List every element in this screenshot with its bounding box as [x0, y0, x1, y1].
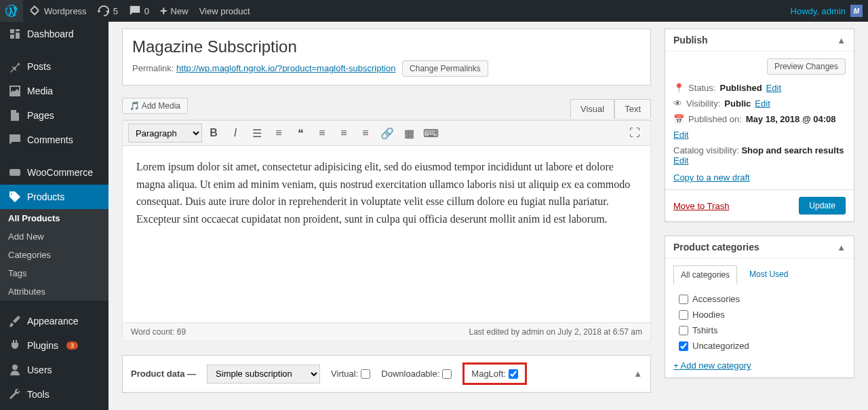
product-type-select[interactable]: Simple subscription — [207, 365, 320, 384]
editor: Paragraph B I ☰ ≡ ❝ ≡ ≡ ≡ 🔗 ▦ ⌨ ⛶ Lorem … — [122, 119, 651, 341]
bold-button[interactable]: B — [203, 124, 224, 143]
category-item[interactable]: Accessories — [679, 291, 846, 307]
categories-box: Product categories▲ All categories Most … — [665, 236, 854, 378]
tab-most-used[interactable]: Most Used — [743, 265, 795, 284]
change-permalinks-button[interactable]: Change Permalinks — [402, 60, 488, 77]
brush-icon — [8, 314, 22, 328]
move-trash-link[interactable]: Move to Trash — [673, 201, 729, 211]
magloft-checkbox[interactable] — [509, 369, 518, 379]
sub-attributes[interactable]: Attributes — [0, 282, 108, 301]
product-data-box: Product data — Simple subscription Virtu… — [122, 355, 651, 393]
align-right-button[interactable]: ≡ — [355, 124, 376, 143]
tab-text[interactable]: Text — [614, 99, 651, 118]
word-count: Word count: 69 — [131, 327, 186, 337]
sidebar-comments[interactable]: Comments — [0, 128, 108, 152]
sidebar-settings[interactable]: Settings — [0, 407, 108, 410]
sidebar-dashboard[interactable]: Dashboard — [0, 22, 108, 46]
toggle-icon[interactable]: ▲ — [837, 35, 846, 45]
sidebar-appearance[interactable]: Appearance — [0, 309, 108, 333]
toggle-icon[interactable]: ▲ — [633, 369, 642, 379]
comments-count: 0 — [144, 6, 149, 16]
editor-content[interactable]: Lorem ipsum dolor sit amet, consectetur … — [123, 146, 650, 322]
edit-status[interactable]: Edit — [766, 83, 781, 93]
add-category-link[interactable]: + Add new category — [673, 360, 751, 371]
admin-topbar: Wordpress 5 0 +New View product Howdy, a… — [0, 0, 868, 22]
sidebar-posts[interactable]: Posts — [0, 54, 108, 79]
downloadable-checkbox-wrap[interactable]: Downloadable: — [381, 369, 452, 379]
plugins-badge: 3 — [66, 341, 78, 350]
svg-rect-0 — [9, 169, 20, 176]
toolbar-toggle-button[interactable]: ⌨ — [420, 124, 441, 143]
category-checkbox[interactable] — [679, 310, 688, 320]
sidebar-users[interactable]: Users — [0, 358, 108, 382]
category-checkbox[interactable] — [679, 295, 688, 304]
permalink-label: Permalink: — [132, 63, 174, 73]
downloadable-checkbox[interactable] — [442, 369, 452, 379]
preview-changes-button[interactable]: Preview Changes — [767, 58, 846, 75]
view-product-link[interactable]: View product — [194, 0, 256, 22]
magloft-checkbox-wrap[interactable]: MagLoft: — [462, 362, 527, 385]
virtual-checkbox-wrap[interactable]: Virtual: — [331, 369, 370, 379]
edit-date[interactable]: Edit — [673, 130, 688, 140]
format-select[interactable]: Paragraph — [128, 124, 202, 143]
edit-catalog[interactable]: Edit — [673, 155, 688, 166]
calendar-icon: 📅 — [673, 114, 684, 124]
sidebar-pages[interactable]: Pages — [0, 103, 108, 128]
editor-toolbar: Paragraph B I ☰ ≡ ❝ ≡ ≡ ≡ 🔗 ▦ ⌨ ⛶ — [123, 120, 650, 146]
title-box: Magazine Subscription Permalink: http://… — [122, 29, 651, 86]
virtual-checkbox[interactable] — [361, 369, 370, 379]
category-checkbox[interactable] — [679, 341, 688, 351]
last-edited: Last edited by admin on July 2, 2018 at … — [469, 327, 643, 337]
avatar[interactable]: M — [850, 5, 863, 17]
link-button[interactable]: 🔗 — [377, 124, 397, 143]
bullet-list-button[interactable]: ☰ — [247, 124, 267, 143]
italic-button[interactable]: I — [225, 124, 245, 143]
number-list-button[interactable]: ≡ — [269, 124, 289, 143]
users-icon — [8, 363, 22, 377]
sidebar-media[interactable]: Media — [0, 79, 108, 103]
wp-logo[interactable] — [0, 0, 23, 22]
sidebar-products[interactable]: Products — [0, 185, 108, 209]
sidebar-plugins[interactable]: Plugins3 — [0, 333, 108, 358]
sub-add-new[interactable]: Add New — [0, 227, 108, 246]
post-title[interactable]: Magazine Subscription — [132, 37, 641, 56]
key-icon: 📍 — [673, 83, 684, 93]
plugin-icon — [8, 339, 22, 352]
sidebar-tools[interactable]: Tools — [0, 382, 108, 407]
sidebar-woocommerce[interactable]: WooCommerce — [0, 160, 108, 185]
quote-button[interactable]: ❝ — [290, 124, 311, 143]
howdy-user[interactable]: Howdy, admin — [786, 6, 850, 16]
category-checkbox[interactable] — [679, 326, 688, 335]
product-data-label: Product data — — [131, 369, 196, 379]
editor-tabs: Visual Text — [570, 99, 651, 118]
comments-link[interactable]: 0 — [123, 0, 155, 22]
admin-sidebar: Dashboard Posts Media Pages Comments Woo… — [0, 22, 108, 410]
pin-icon — [8, 60, 22, 73]
site-link[interactable]: Wordpress — [23, 0, 92, 22]
align-left-button[interactable]: ≡ — [312, 124, 332, 143]
toggle-icon[interactable]: ▲ — [837, 242, 846, 253]
sub-all-products[interactable]: All Products — [0, 209, 108, 227]
update-button[interactable]: Update — [799, 197, 846, 215]
edit-visibility[interactable]: Edit — [755, 98, 770, 109]
updates-link[interactable]: 5 — [92, 0, 123, 22]
category-item[interactable]: Hoodies — [679, 307, 846, 322]
media-icon — [8, 84, 22, 98]
sub-categories[interactable]: Categories — [0, 246, 108, 264]
sub-tags[interactable]: Tags — [0, 264, 108, 282]
fullscreen-button[interactable]: ⛶ — [625, 124, 645, 143]
copy-draft-link[interactable]: Copy to a new draft — [673, 172, 750, 183]
eye-icon: 👁 — [673, 98, 682, 109]
category-item[interactable]: Uncategorized — [679, 338, 846, 354]
more-button[interactable]: ▦ — [399, 124, 419, 143]
align-center-button[interactable]: ≡ — [334, 124, 354, 143]
site-name: Wordpress — [44, 6, 87, 16]
category-item[interactable]: Tshirts — [679, 322, 846, 338]
add-media-button[interactable]: 🎵 Add Media — [122, 98, 188, 114]
new-link[interactable]: +New — [155, 0, 194, 22]
permalink-url[interactable]: http://wp.magloft.ngrok.io/?product=magl… — [176, 63, 395, 73]
tab-visual[interactable]: Visual — [570, 99, 614, 119]
wrench-icon — [8, 388, 22, 401]
category-list: Accessories Hoodies Tshirts Uncategorize… — [673, 291, 846, 354]
tab-all-categories[interactable]: All categories — [673, 265, 737, 284]
